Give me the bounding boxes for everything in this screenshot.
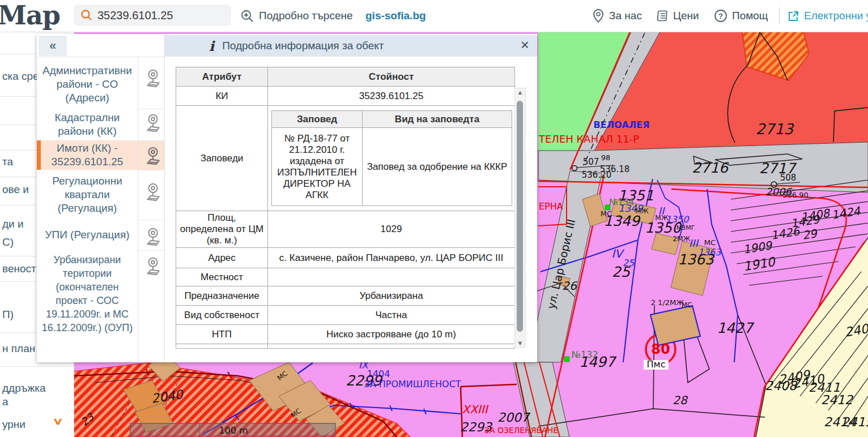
info-icon: i <box>209 38 214 54</box>
layer-label: Административни райони - СО (Адреси) <box>39 64 136 105</box>
attr-cell: Местност <box>176 268 268 286</box>
sidebar-item-fragment[interactable]: С) <box>2 236 14 249</box>
layer-label: Имоти (КК) - 35239.6101.25 <box>39 142 136 169</box>
value-cell: Урбанизирана <box>268 286 515 306</box>
layer-item-cadastral-regions[interactable]: Кадастрални райони (КК) <box>39 109 136 140</box>
map-label: ВЕЛОАЛЕЯ <box>594 119 650 130</box>
help-link[interactable]: ? Помощ <box>714 0 768 32</box>
value-cell: 35239.6101.25 <box>268 87 515 106</box>
collapse-panel-button[interactable]: « <box>39 36 67 56</box>
map-label: XXIII <box>462 402 488 416</box>
map-label: 100 m <box>219 425 248 436</box>
search-icon <box>80 9 93 22</box>
sidebar-item-fragment[interactable]: та <box>2 156 13 168</box>
sidebar-item-fragment[interactable]: а <box>2 396 8 408</box>
map-label: 2МЖ <box>673 235 691 243</box>
eservices-label: Електронни у <box>804 10 868 22</box>
map-label: 2412 <box>821 393 854 407</box>
sidebar-item-fragment[interactable]: П) <box>2 309 14 321</box>
map-label: 2713 <box>756 121 795 138</box>
info-panel-header: i Подробна информация за обект <box>165 35 537 57</box>
map-label: 2415 <box>841 415 868 429</box>
layer-item-regulation-quarters[interactable]: Регулационни квартали (Регулация) <box>39 170 136 220</box>
chevron-down-icon[interactable]: ∨ <box>52 415 63 427</box>
prices-link[interactable]: Цени <box>656 0 699 32</box>
search-box[interactable] <box>74 5 231 26</box>
map-label: 507 <box>583 157 599 167</box>
top-navigation-bar: Map Подробно търсене gis-sofia.bg За нас <box>0 0 868 32</box>
attribute-table: Атрибут Стойност КИ 35239.6101.25 Запове… <box>176 67 515 349</box>
attr-cell: Площ, определена от ЦМ (кв. м.) <box>176 211 268 248</box>
map-pin-layer-icon[interactable] <box>142 145 164 167</box>
sidebar-item-fragment[interactable]: веност <box>2 263 36 275</box>
table-row: Местност <box>176 268 515 286</box>
map-label: ЕРНА <box>539 201 563 212</box>
map-label: 2408 <box>765 379 798 393</box>
map-pin-layer-icon[interactable] <box>142 68 164 89</box>
layer-item-urbanized-territories[interactable]: Урбанизирани територии (окончателен прое… <box>39 250 136 337</box>
site-link[interactable]: gis-sofia.bg <box>365 0 426 32</box>
layer-label: Кадастрални райони (КК) <box>39 111 136 138</box>
search-input[interactable] <box>96 8 220 23</box>
orders-nested-table: Заповед Вид на заповедта № РД-18-77 от 2… <box>271 110 512 206</box>
sidebar-item-fragment[interactable]: урни <box>2 418 25 431</box>
attr-cell: НТП <box>176 325 268 344</box>
table-row: Вид собственост Частна <box>176 306 515 325</box>
value-cell: 1029 <box>268 211 515 248</box>
table-row: Заповеди Заповед Вид на заповедта № РД-1… <box>176 106 515 211</box>
map-label: 2716 <box>692 160 729 176</box>
table-row: КИ 35239.6101.25 <box>176 87 515 106</box>
order-type-cell: Заповед за одобрение на КККР <box>363 128 512 206</box>
map-label: 1363 <box>678 251 715 268</box>
column-header: Вид на заповедта <box>363 111 512 128</box>
topbar-divider <box>779 7 780 24</box>
table-row <box>176 344 515 349</box>
scroll-down-arrow[interactable]: ▼ <box>515 339 525 347</box>
detailed-search-label: Подробно търсене <box>259 10 353 22</box>
map-pin-layer-icon[interactable] <box>142 113 164 134</box>
detailed-search-button[interactable]: Подробно търсене <box>240 0 353 32</box>
prices-label: Цени <box>673 10 699 22</box>
question-circle-icon: ? <box>714 9 727 23</box>
sidebar-item-fragment[interactable]: ди и <box>2 218 24 230</box>
svg-text:?: ? <box>718 12 723 20</box>
price-list-icon <box>656 10 669 22</box>
layer-label: Регулационни квартали (Регулация) <box>39 174 136 215</box>
layer-item-admin-regions[interactable]: Административни райони - СО (Адреси) <box>39 60 136 109</box>
info-panel-title: Подробна информация за обект <box>222 40 384 52</box>
map-pin-layer-icon[interactable] <box>142 226 164 248</box>
about-link[interactable]: За нас <box>592 0 642 32</box>
close-icon[interactable]: × <box>521 36 529 53</box>
map-label: Пмс <box>647 359 666 370</box>
sidebar-item-fragment[interactable]: н план <box>2 342 35 355</box>
map-label: ЗА ПРОМИШЛЕНОСТ <box>364 379 461 389</box>
scrollbar-thumb[interactable] <box>517 101 523 332</box>
map-label: 98 <box>601 153 611 162</box>
attr-cell: Адрес <box>176 248 268 268</box>
map-label: МЖ <box>635 207 648 215</box>
table-row: НТП Ниско застрояване (до 10 m) <box>176 325 515 344</box>
layer-item-upi-regulation[interactable]: УПИ (Регулация) <box>39 220 136 250</box>
map-label: 1349 <box>603 213 641 229</box>
eservices-link[interactable]: Електронни у <box>788 0 868 32</box>
app-window: ВЕЛОАЛЕЯТЕЛЕН КАНАЛ 11-Р2713271627175079… <box>0 0 868 437</box>
layer-item-properties-active[interactable]: Имоти (КК) - 35239.6101.25 <box>39 140 136 170</box>
table-scrollbar[interactable]: ▲ ▼ <box>514 88 526 348</box>
table-row: Адрес с. Казичене, район Панчарево, ул. … <box>176 248 515 268</box>
value-cell: Частна <box>268 306 515 325</box>
layer-label: Урбанизирани територии (окончателен прое… <box>39 253 136 335</box>
sidebar-item-fragment[interactable]: ска сре <box>2 70 39 83</box>
map-pin-layer-icon[interactable] <box>142 182 164 203</box>
table-row: Предназначение Урбанизирана <box>176 286 515 306</box>
map-label: 1497 <box>579 354 617 370</box>
scroll-up-arrow[interactable]: ▲ <box>515 88 525 96</box>
sidebar-divider <box>0 366 74 367</box>
map-label: 80 <box>651 341 670 357</box>
map-label: 2 1/2МЖ <box>651 298 684 307</box>
map-pin-layer-icon[interactable] <box>142 256 164 277</box>
map-label: 28 <box>673 393 688 407</box>
sidebar-item-fragment[interactable]: ддръжка <box>2 382 46 395</box>
sidebar-item-fragment[interactable]: ове и <box>2 183 29 196</box>
column-header: Заповед <box>272 111 363 128</box>
map-label: МС <box>682 301 692 309</box>
